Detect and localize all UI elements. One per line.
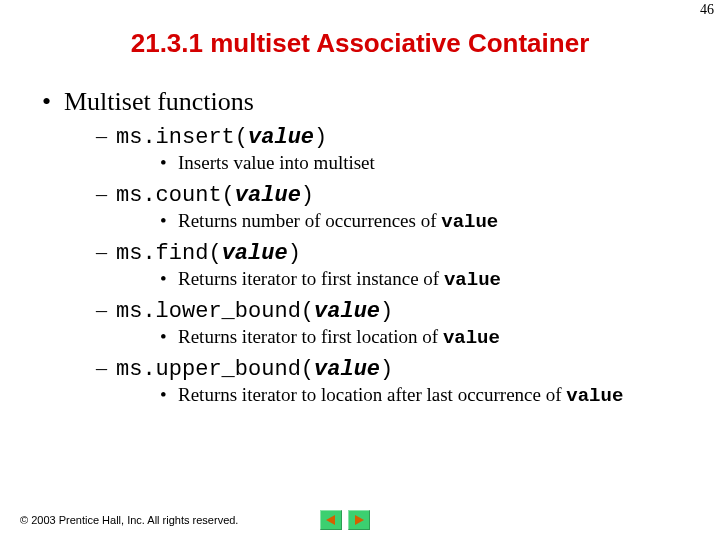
bullet-dot: • [160,384,178,406]
desc-strong: value [444,269,501,291]
bullet-dot: • [42,87,64,117]
method-prefix: ms.count( [116,183,235,208]
svg-marker-0 [326,515,335,525]
method-item: –ms.upper_bound(value) [42,355,700,382]
method-param: value [222,241,288,266]
method-prefix: ms.insert( [116,125,248,150]
slide-title: 21.3.1 multiset Associative Container [0,28,720,59]
method-prefix: ms.find( [116,241,222,266]
dash-icon: – [96,123,116,149]
method-suffix: ) [380,357,393,382]
method-item: –ms.insert(value) [42,123,700,150]
method-desc: •Inserts value into multiset [42,152,700,175]
desc-text: Returns number of occurrences of [178,210,441,231]
bullet-dot: • [160,326,178,348]
method-param: value [314,357,380,382]
triangle-left-icon [325,514,337,526]
method-desc: •Returns iterator to first instance of v… [42,268,700,291]
desc-text: Returns iterator to first instance of [178,268,444,289]
method-prefix: ms.upper_bound( [116,357,314,382]
method-suffix: ) [314,125,327,150]
method-desc: •Returns number of occurrences of value [42,210,700,233]
desc-strong: value [441,211,498,233]
bullet-lvl1: •Multiset functions [42,87,700,117]
method-param: value [248,125,314,150]
method-prefix: ms.lower_bound( [116,299,314,324]
desc-strong: value [566,385,623,407]
next-button[interactable] [348,510,370,530]
method-suffix: ) [380,299,393,324]
copyright-text: © 2003 Prentice Hall, Inc. All rights re… [20,514,238,526]
svg-marker-1 [355,515,364,525]
desc-text: Inserts value into multiset [178,152,375,173]
bullet-dot: • [160,152,178,174]
method-item: –ms.count(value) [42,181,700,208]
method-suffix: ) [301,183,314,208]
method-param: value [314,299,380,324]
prev-button[interactable] [320,510,342,530]
dash-icon: – [96,355,116,381]
method-param: value [235,183,301,208]
method-desc: •Returns iterator to first location of v… [42,326,700,349]
dash-icon: – [96,181,116,207]
desc-text: Returns iterator to first location of [178,326,443,347]
lvl1-text: Multiset functions [64,87,254,116]
desc-strong: value [443,327,500,349]
bullet-dot: • [160,210,178,232]
nav-arrows [320,510,370,530]
method-item: –ms.find(value) [42,239,700,266]
triangle-right-icon [353,514,365,526]
bullet-dot: • [160,268,178,290]
method-item: –ms.lower_bound(value) [42,297,700,324]
method-desc: •Returns iterator to location after last… [42,384,700,407]
dash-icon: – [96,297,116,323]
page-number: 46 [700,2,714,18]
slide-body: •Multiset functions –ms.insert(value) •I… [0,87,720,407]
method-suffix: ) [288,241,301,266]
dash-icon: – [96,239,116,265]
desc-text: Returns iterator to location after last … [178,384,566,405]
